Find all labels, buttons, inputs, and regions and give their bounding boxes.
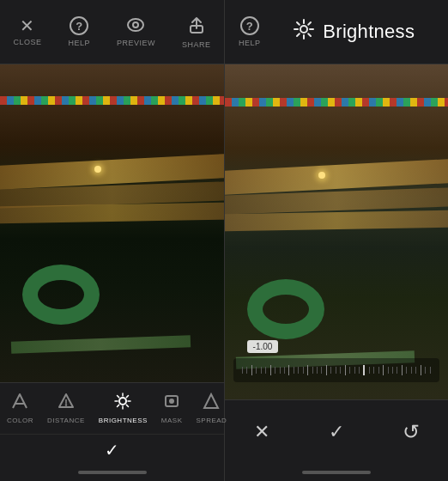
left-image-area bbox=[0, 64, 224, 382]
tick bbox=[340, 367, 341, 374]
tick bbox=[373, 367, 374, 374]
help-icon-left: ? bbox=[70, 16, 88, 35]
svg-line-24 bbox=[308, 22, 311, 25]
brightness-title-area: Brightness bbox=[275, 19, 434, 45]
svg-line-25 bbox=[297, 33, 300, 36]
tick bbox=[280, 367, 281, 374]
share-icon bbox=[189, 15, 204, 37]
confirm-check[interactable]: ✓ bbox=[105, 440, 119, 460]
left-toolbar: ✕ CLOSE ? HELP PREVIEW SHARE bbox=[0, 0, 224, 64]
svg-line-14 bbox=[118, 405, 119, 406]
cancel-button-right[interactable]: ✕ bbox=[243, 413, 281, 451]
home-indicator-left bbox=[0, 464, 224, 481]
close-icon: ✕ bbox=[20, 17, 34, 34]
confirm-icon: ✓ bbox=[329, 421, 344, 443]
home-indicator-right bbox=[225, 464, 448, 481]
tab-distance[interactable]: DISTANCE bbox=[40, 389, 92, 428]
tool-tabs: COLOR DISTANCE bbox=[0, 383, 224, 435]
brightness-icon-tab bbox=[114, 393, 131, 414]
right-panel: ? HELP Brightness bbox=[224, 0, 448, 481]
tick bbox=[369, 367, 370, 374]
tick-major bbox=[270, 365, 271, 375]
tick bbox=[349, 367, 350, 374]
tick-center bbox=[363, 365, 365, 375]
distance-icon bbox=[58, 393, 75, 414]
right-image-area: -1.00 bbox=[225, 64, 448, 399]
close-label: CLOSE bbox=[13, 38, 41, 46]
right-header: ? HELP Brightness bbox=[225, 0, 448, 64]
svg-line-11 bbox=[118, 396, 119, 398]
tick bbox=[336, 367, 336, 374]
right-bottom-toolbar: ✕ ✓ ↺ bbox=[225, 399, 448, 481]
tick bbox=[388, 367, 389, 374]
preview-label: PREVIEW bbox=[117, 39, 155, 47]
confirm-button-right[interactable]: ✓ bbox=[318, 413, 355, 451]
svg-point-16 bbox=[169, 399, 174, 404]
brightness-tab-label: BRIGHTNESS bbox=[99, 417, 148, 424]
tick bbox=[261, 367, 262, 374]
photo-bg bbox=[0, 64, 224, 382]
brightness-star-icon bbox=[294, 19, 314, 45]
tick bbox=[294, 367, 294, 374]
cancel-icon: ✕ bbox=[254, 421, 269, 443]
preview-button[interactable]: PREVIEW bbox=[108, 12, 164, 52]
help-button-right[interactable]: ? HELP bbox=[239, 16, 261, 47]
tick bbox=[378, 367, 379, 374]
right-wood3 bbox=[225, 210, 448, 231]
tick bbox=[317, 367, 318, 374]
svg-line-12 bbox=[127, 405, 129, 406]
tick-major bbox=[326, 365, 327, 375]
slider-track-wrap[interactable] bbox=[233, 358, 439, 382]
tab-brightness[interactable]: BRIGHTNESS bbox=[92, 389, 154, 428]
tick bbox=[406, 367, 407, 374]
tick bbox=[321, 367, 322, 374]
tick bbox=[430, 367, 431, 374]
confirm-bar: ✓ bbox=[0, 435, 224, 465]
svg-line-23 bbox=[308, 33, 311, 36]
brightness-title-text: Brightness bbox=[323, 21, 415, 43]
reset-icon: ↺ bbox=[403, 420, 420, 444]
right-light bbox=[318, 172, 325, 179]
right-ring bbox=[247, 279, 324, 339]
tick-major bbox=[402, 365, 403, 375]
mask-label: MASK bbox=[161, 417, 183, 424]
svg-point-0 bbox=[128, 19, 143, 31]
tick bbox=[397, 367, 397, 374]
left-photo bbox=[0, 64, 224, 382]
tick-major bbox=[288, 365, 289, 375]
spread-icon bbox=[203, 393, 220, 414]
tick-major bbox=[383, 365, 384, 375]
help-label-right: HELP bbox=[239, 39, 261, 47]
right-stripe bbox=[225, 98, 448, 107]
distance-label: DISTANCE bbox=[47, 417, 85, 424]
tab-color[interactable]: COLOR bbox=[0, 389, 40, 428]
tick bbox=[312, 367, 313, 374]
left-bottom-toolbar: COLOR DISTANCE bbox=[0, 382, 224, 464]
svg-point-17 bbox=[300, 26, 307, 33]
share-button[interactable]: SHARE bbox=[173, 10, 220, 54]
tick bbox=[275, 367, 275, 374]
tab-mask[interactable]: MASK bbox=[154, 389, 190, 428]
tick bbox=[411, 367, 412, 374]
help-icon-right: ? bbox=[240, 16, 259, 35]
svg-line-22 bbox=[297, 22, 300, 25]
tick-major bbox=[345, 365, 346, 375]
tick bbox=[256, 367, 257, 374]
color-icon bbox=[11, 393, 28, 414]
tick bbox=[354, 367, 355, 374]
tick bbox=[415, 367, 416, 374]
left-panel: ✕ CLOSE ? HELP PREVIEW SHARE bbox=[0, 0, 224, 481]
tick-major bbox=[307, 365, 308, 375]
reset-button[interactable]: ↺ bbox=[392, 413, 430, 451]
slider-overlay: -1.00 bbox=[225, 340, 448, 382]
spread-label: SPREAD bbox=[197, 417, 227, 424]
svg-point-5 bbox=[65, 404, 67, 405]
home-bar-right bbox=[302, 471, 371, 474]
tick bbox=[330, 367, 331, 374]
close-button[interactable]: ✕ CLOSE bbox=[4, 12, 50, 52]
home-bar-left bbox=[78, 471, 147, 474]
tick bbox=[298, 367, 299, 374]
share-label: SHARE bbox=[182, 40, 211, 49]
help-button-left[interactable]: ? HELP bbox=[59, 11, 99, 52]
help-label-left: HELP bbox=[68, 39, 90, 47]
